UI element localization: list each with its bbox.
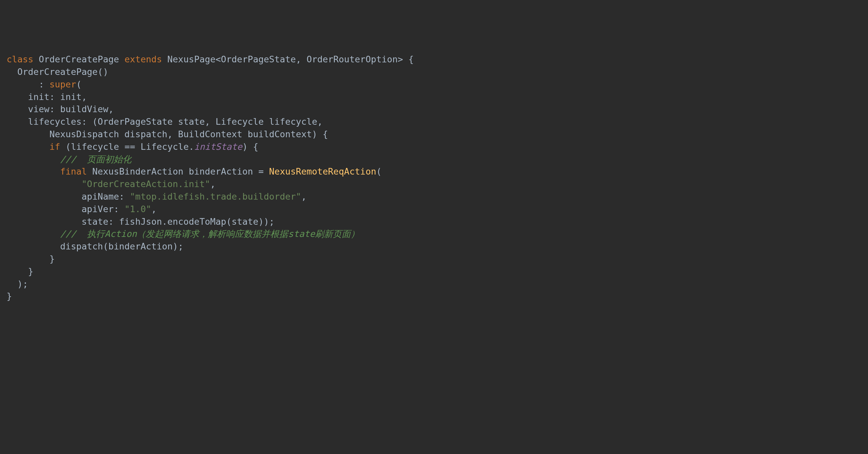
code-line: } [7,291,12,301]
code-line: } [7,254,55,264]
code-line: : super( [7,79,82,89]
comma: , [210,179,216,189]
comma: , [151,204,157,214]
property-initstate: initState [194,142,242,152]
condition-open: (lifecycle == Lifecycle. [60,142,194,152]
constructor-call: NexusRemoteReqAction [269,166,376,176]
code-line: apiName: "mtop.idlefish.trade.buildorder… [7,191,307,202]
code-line: if (lifecycle == Lifecycle.initState) { [7,142,258,152]
paren-open: ( [376,166,382,176]
string-literal: "1.0" [125,204,151,214]
code-line: lifecycles: (OrderPageState state, Lifec… [7,116,322,127]
code-line: /// 执行Action（发起网络请求，解析响应数据并根据state刷新页面） [7,229,360,239]
code-line: dispatch(binderAction); [7,241,183,251]
paren-open: ( [76,79,82,89]
keyword-super: super [50,79,76,89]
param-apiname: apiName: [7,191,130,202]
class-name: OrderCreatePage [33,54,124,64]
code-line: state: fishJson.encodeToMap(state)); [7,217,275,227]
comment: /// 页面初始化 [60,154,131,164]
comment: /// 执行Action（发起网络请求，解析响应数据并根据state刷新页面） [60,229,360,239]
string-literal: "mtop.idlefish.trade.buildorder" [130,191,301,202]
code-line: init: init, [7,92,87,102]
keyword-extends: extends [125,54,162,64]
string-literal: "OrderCreateAction.init" [82,179,210,189]
indent [7,166,60,176]
code-line: apiVer: "1.0", [7,204,157,214]
keyword-if: if [50,142,60,152]
indent [7,154,60,164]
code-line: ); [7,279,28,289]
indent: : [7,79,50,89]
indent [7,179,82,189]
code-line: class OrderCreatePage extends NexusPage<… [7,54,413,64]
code-line: final NexusBinderAction binderAction = N… [7,166,382,176]
code-line: NexusDispatch dispatch, BuildContext bui… [7,129,328,139]
code-editor-view[interactable]: class OrderCreatePage extends NexusPage<… [7,53,861,303]
code-line: view: buildView, [7,104,114,114]
base-type: NexusPage<OrderPageState, OrderRouterOpt… [162,54,413,64]
keyword-class: class [7,54,33,64]
code-line: "OrderCreateAction.init", [7,179,216,189]
comma: , [301,191,307,202]
declaration: NexusBinderAction binderAction = [87,166,269,176]
keyword-final: final [60,166,87,176]
condition-close: ) { [242,142,258,152]
param-apiver: apiVer: [7,204,125,214]
indent [7,142,50,152]
code-line: /// 页面初始化 [7,154,131,164]
indent [7,229,60,239]
code-line: OrderCreatePage() [7,67,108,77]
code-line: } [7,266,33,277]
